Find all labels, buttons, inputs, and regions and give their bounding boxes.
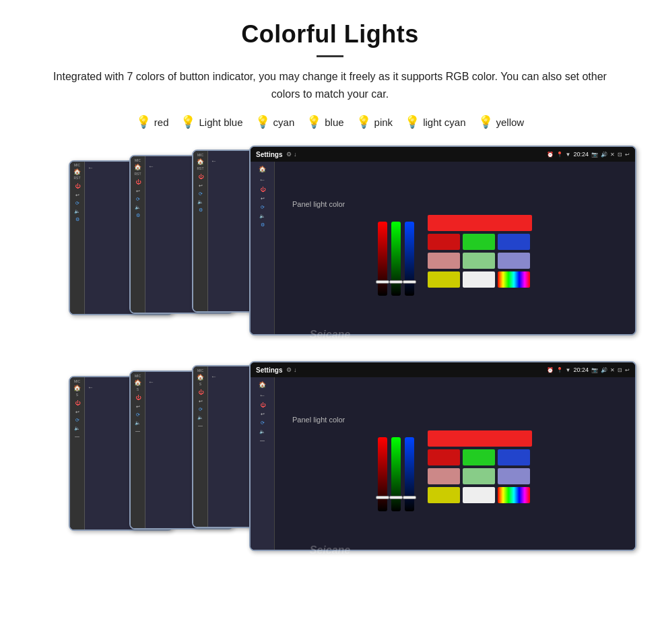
yellow-bulb-icon: 💡 <box>478 115 493 129</box>
red-label: red <box>154 117 169 128</box>
color-pink: 💡 pink <box>356 115 393 129</box>
bottom-screen-group: MIC 🏠 S ⏻ ↩ ⟳ 🔈 — ← <box>27 361 633 563</box>
color-blue: 💡 blue <box>306 115 343 129</box>
page-container: Colorful Lights Integrated with 7 colors… <box>0 0 660 590</box>
color-cyan: 💡 cyan <box>255 115 295 129</box>
main-device-top: Settings ⚙ ↓ ⏰📍▼ 20:24 📷🔊✕⊡↩ 🏠 ← <box>249 146 636 335</box>
yellow-label: yellow <box>496 117 525 128</box>
page-title: Colorful Lights <box>27 20 633 49</box>
blue-bulb-icon: 💡 <box>306 115 321 129</box>
color-indicators-row: 💡 red 💡 Light blue 💡 cyan 💡 blue 💡 pink … <box>27 115 633 129</box>
main-device-bottom: Settings ⚙ ↓ ⏰📍▼ 20:24 📷🔊✕⊡↩ 🏠 ← <box>249 361 636 551</box>
color-lightcyan: 💡 light cyan <box>405 115 465 129</box>
title-divider <box>317 55 343 57</box>
mini-sidebar-b3: MIC 🏠 S ⏻ ↩ ⟳ 🔈 — <box>193 366 208 527</box>
panel-light-label-bottom: Panel light color <box>292 416 345 424</box>
time-bottom: 20:24 <box>573 366 589 373</box>
red-bulb-icon: 💡 <box>136 115 151 129</box>
mini-sidebar-3: MIC 🏠 RST ⏻ ↩ ⟳ 🔈 ⚙ <box>193 151 208 311</box>
mini-sidebar-b2: MIC 🏠 S ⏻ ↩ ⟳ 🔈 — <box>131 372 145 528</box>
mini-sidebar-1: MIC 🏠 RST ⏻ ↩ ⟳ 🔈 ⚙ <box>70 162 85 314</box>
mini-sidebar-2: MIC 🏠 RST ⏻ ↩ ⟳ 🔈 ⚙ <box>131 156 145 313</box>
color-lightblue: 💡 Light blue <box>180 115 242 129</box>
pink-label: pink <box>374 117 393 128</box>
pink-bulb-icon: 💡 <box>356 115 371 129</box>
lightcyan-bulb-icon: 💡 <box>405 115 420 129</box>
settings-label-top: Settings <box>256 151 282 158</box>
lightblue-label: Light blue <box>199 117 242 128</box>
cyan-label: cyan <box>273 117 295 128</box>
top-screen-group: MIC 🏠 RST ⏻ ↩ ⟳ 🔈 ⚙ ← <box>27 146 633 348</box>
panel-light-label-top: Panel light color <box>292 200 345 208</box>
lightcyan-label: light cyan <box>423 117 465 128</box>
cyan-bulb-icon: 💡 <box>255 115 270 129</box>
time-top: 20:24 <box>573 151 589 158</box>
title-section: Colorful Lights Integrated with 7 colors… <box>27 20 633 102</box>
blue-label: blue <box>325 117 343 128</box>
mini-sidebar-b1: MIC 🏠 S ⏻ ↩ ⟳ 🔈 — <box>70 377 85 529</box>
lightblue-bulb-icon: 💡 <box>180 115 195 129</box>
description-text: Integrated with 7 colors of button indic… <box>40 68 620 102</box>
settings-label-bottom: Settings <box>256 366 282 374</box>
color-red: 💡 red <box>136 115 169 129</box>
color-yellow: 💡 yellow <box>478 115 525 129</box>
